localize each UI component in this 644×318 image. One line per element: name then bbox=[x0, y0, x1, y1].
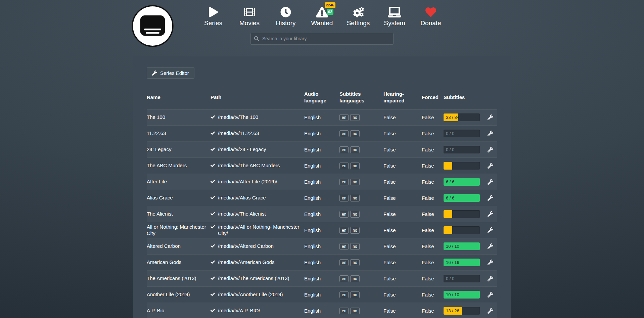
series-name-link[interactable]: A.P. Bio bbox=[147, 308, 211, 314]
subtitles-progress-fill bbox=[444, 162, 452, 170]
table-row: American Gods /media/tv/American Gods En… bbox=[147, 255, 497, 271]
edit-wrench-icon[interactable] bbox=[488, 260, 493, 265]
language-badge: en bbox=[339, 114, 349, 121]
language-badge: en bbox=[339, 243, 349, 250]
audio-language-value: English bbox=[304, 292, 339, 298]
table-row: 11.22.63 /media/tv/11.22.63 English enno… bbox=[147, 126, 497, 142]
subtitles-languages-cell: enno bbox=[339, 275, 383, 282]
nav-item-donate[interactable]: Donate bbox=[417, 5, 445, 27]
forced-value: False bbox=[422, 243, 444, 249]
series-path-cell: /media/tv/11.22.63 bbox=[211, 130, 304, 137]
series-name-link[interactable]: The Americans (2013) bbox=[147, 275, 211, 282]
hearing-impaired-value: False bbox=[383, 131, 422, 136]
hearing-impaired-value: False bbox=[383, 179, 422, 185]
series-name-link[interactable]: The 100 bbox=[147, 114, 211, 121]
hearing-impaired-value: False bbox=[383, 260, 422, 265]
series-editor-label: Series Editor bbox=[160, 70, 189, 76]
nav-item-system[interactable]: System bbox=[380, 5, 409, 27]
nav-label-settings: Settings bbox=[347, 19, 370, 27]
edit-wrench-icon[interactable] bbox=[488, 211, 493, 217]
subtitles-progress-bar bbox=[444, 210, 480, 218]
series-name-link[interactable]: All or Nothing: Manchester City bbox=[147, 224, 211, 237]
series-name-link[interactable]: The Alienist bbox=[147, 211, 211, 217]
series-path: /media/tv/American Gods bbox=[218, 259, 274, 266]
edit-wrench-icon[interactable] bbox=[488, 195, 493, 201]
series-name-link[interactable]: Altered Carbon bbox=[147, 243, 211, 249]
audio-language-value: English bbox=[304, 276, 339, 281]
language-badge: en bbox=[339, 275, 349, 282]
series-path: /media/tv/The Alienist bbox=[218, 211, 266, 217]
forced-value: False bbox=[422, 131, 444, 136]
search-input[interactable] bbox=[250, 33, 394, 44]
bazarr-logo-icon bbox=[131, 5, 174, 47]
nav-label-donate: Donate bbox=[420, 19, 441, 27]
wanted-count-badge-series: 2246 bbox=[325, 2, 335, 8]
edit-wrench-icon[interactable] bbox=[488, 292, 493, 298]
laptop-icon bbox=[388, 7, 401, 17]
language-badge: en bbox=[339, 227, 349, 234]
table-row: The Alienist /media/tv/The Alienist Engl… bbox=[147, 206, 497, 222]
series-name-link[interactable]: 11.22.63 bbox=[147, 130, 211, 137]
series-name-link[interactable]: American Gods bbox=[147, 259, 211, 266]
language-badge: no bbox=[350, 114, 359, 121]
forced-value: False bbox=[422, 147, 444, 152]
series-name-link[interactable]: The ABC Murders bbox=[147, 163, 211, 169]
series-path-cell: /media/tv/After Life (2019)/ bbox=[211, 179, 304, 185]
subtitles-progress-bar: 13 / 26 bbox=[444, 307, 480, 315]
subtitles-languages-cell: enno bbox=[339, 195, 383, 201]
audio-language-value: English bbox=[304, 147, 339, 152]
series-path-cell: /media/tv/All or Nothing- Manchester Cit… bbox=[211, 224, 304, 237]
subtitles-languages-cell: enno bbox=[339, 259, 383, 266]
audio-language-value: English bbox=[304, 211, 339, 217]
nav-item-wanted[interactable]: 2246 62 Wanted bbox=[308, 5, 336, 27]
audio-language-value: English bbox=[304, 243, 339, 249]
wanted-count-badge-movies: 62 bbox=[327, 9, 333, 15]
edit-wrench-icon[interactable] bbox=[488, 243, 493, 249]
language-badge: no bbox=[350, 163, 359, 169]
language-badge: no bbox=[350, 211, 359, 218]
series-name-link[interactable]: 24: Legacy bbox=[147, 146, 211, 153]
subtitles-progress-bar: 0 / 0 bbox=[444, 146, 480, 153]
series-editor-button[interactable]: Series Editor bbox=[147, 67, 194, 79]
language-badge: no bbox=[350, 179, 359, 185]
table-header-row: Name Path Audio language Subtitles langu… bbox=[147, 88, 497, 109]
audio-language-value: English bbox=[304, 163, 339, 169]
edit-wrench-icon[interactable] bbox=[488, 276, 493, 281]
subtitles-progress-label: 6 / 6 bbox=[446, 194, 454, 202]
subtitles-progress-bar: 6 / 6 bbox=[444, 194, 480, 202]
edit-wrench-icon[interactable] bbox=[488, 115, 493, 120]
series-path-cell: /media/tv/The Americans (2013) bbox=[211, 275, 304, 282]
subtitles-languages-cell: enno bbox=[339, 146, 383, 153]
nav-item-series[interactable]: Series bbox=[199, 5, 227, 27]
nav-item-settings[interactable]: Settings bbox=[344, 5, 372, 27]
subtitles-progress-bar: 6 / 6 bbox=[444, 178, 480, 186]
series-path-cell: /media/tv/The Alienist bbox=[211, 211, 304, 217]
edit-wrench-icon[interactable] bbox=[488, 308, 493, 314]
subtitles-languages-cell: enno bbox=[339, 308, 383, 314]
table-row: Alias Grace /media/tv/Alias Grace Englis… bbox=[147, 190, 497, 206]
heart-icon bbox=[425, 7, 436, 17]
edit-wrench-icon[interactable] bbox=[488, 131, 493, 136]
nav-item-movies[interactable]: Movies bbox=[235, 5, 264, 27]
edit-wrench-icon[interactable] bbox=[488, 147, 493, 152]
series-list-panel: Series Editor Name Path Audio language S… bbox=[133, 56, 511, 318]
series-path-cell: /media/tv/The ABC Murders bbox=[211, 163, 304, 169]
nav-item-history[interactable]: History bbox=[272, 5, 300, 27]
edit-wrench-icon[interactable] bbox=[488, 179, 493, 185]
series-name-link[interactable]: Another Life (2019) bbox=[147, 291, 211, 298]
hearing-impaired-value: False bbox=[383, 115, 422, 120]
table-row: A.P. Bio /media/tv/A.P. BIO/ English enn… bbox=[147, 303, 497, 318]
series-path: /media/tv/Another Life (2019) bbox=[218, 291, 283, 298]
subtitles-progress-label: 16 / 16 bbox=[446, 259, 459, 266]
edit-wrench-icon[interactable] bbox=[488, 227, 493, 233]
series-name-link[interactable]: Alias Grace bbox=[147, 195, 211, 201]
subtitles-progress-bar bbox=[444, 226, 480, 234]
forced-value: False bbox=[422, 260, 444, 265]
app-header: Series Movies History 2246 62 Wanted Set… bbox=[0, 0, 644, 44]
wanted-badges: 2246 62 bbox=[325, 2, 335, 15]
forced-value: False bbox=[422, 163, 444, 169]
series-name-link[interactable]: After Life bbox=[147, 179, 211, 185]
edit-wrench-icon[interactable] bbox=[488, 163, 493, 169]
series-path-cell: /media/tv/24 - Legacy bbox=[211, 146, 304, 153]
app-logo[interactable] bbox=[131, 5, 174, 47]
